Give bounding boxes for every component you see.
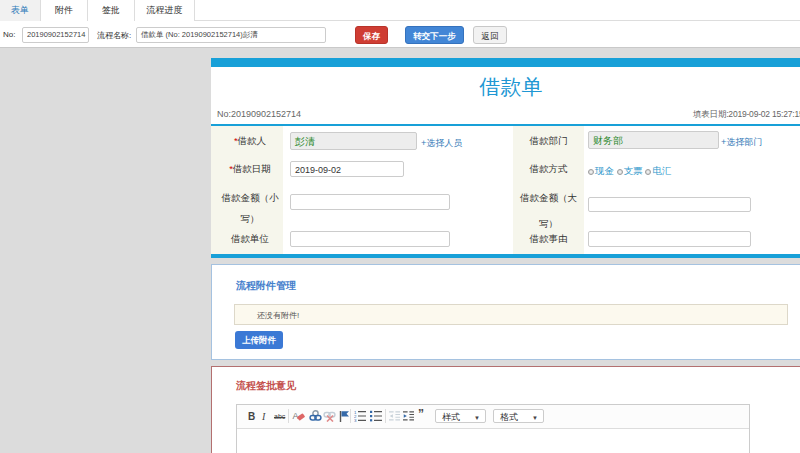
svg-text:A: A: [293, 411, 299, 421]
svg-text:3: 3: [354, 418, 357, 422]
